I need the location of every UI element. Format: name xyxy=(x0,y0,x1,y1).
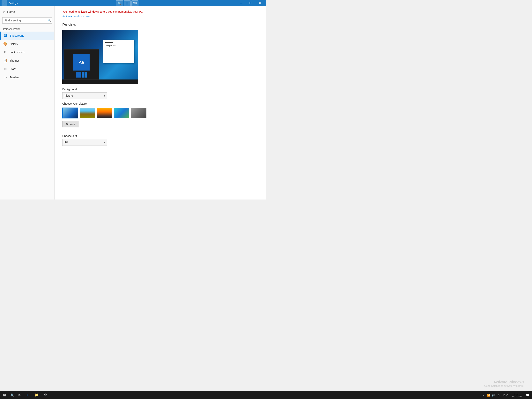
preview-tile-sm-3 xyxy=(82,75,84,77)
sidebar-item-taskbar[interactable]: ▭ Taskbar xyxy=(0,73,54,81)
sidebar-item-colors-label: Colors xyxy=(10,42,18,45)
preview-tile-1 xyxy=(76,72,81,77)
start-icon: ⊞ xyxy=(3,67,7,71)
preview-aa-box: Aa xyxy=(73,54,89,71)
taskbar-icon: ▭ xyxy=(3,75,7,79)
picture-thumb-5[interactable] xyxy=(131,108,147,118)
sidebar-item-start-label: Start xyxy=(10,67,16,71)
search-submit-icon[interactable]: 🔍 xyxy=(48,19,51,22)
sidebar-home[interactable]: ⌂ Home xyxy=(0,8,54,16)
app-body: ⌂ Home 🔍 Personalization 🖼 Background 🎨 … xyxy=(0,6,266,200)
titlebar-center-icons: 🔍 ☰ ⌨ xyxy=(116,0,139,6)
sidebar-item-taskbar-label: Taskbar xyxy=(10,76,19,79)
choose-fit-label: Choose a fit xyxy=(62,135,258,138)
picture-thumb-4-inner xyxy=(114,108,129,118)
lock-screen-icon: 🖥 xyxy=(3,50,7,54)
picture-thumb-5-inner xyxy=(131,108,146,118)
sidebar-item-themes-label: Themes xyxy=(10,59,20,62)
preview-tiles xyxy=(76,72,87,77)
choose-picture-label: Choose your picture xyxy=(62,102,258,105)
preview-taskbar-bar xyxy=(62,79,138,84)
keyboard-icon-btn[interactable]: ⌨ xyxy=(132,0,139,6)
background-label: Background xyxy=(62,88,258,91)
picture-thumb-1[interactable] xyxy=(62,108,78,118)
sidebar-item-lock-label: Lock screen xyxy=(10,51,24,54)
picture-thumb-2[interactable] xyxy=(79,108,95,118)
background-icon: 🖼 xyxy=(3,34,7,38)
sidebar: ⌂ Home 🔍 Personalization 🖼 Background 🎨 … xyxy=(0,6,55,200)
preview-container: Aa xyxy=(62,30,138,84)
sidebar-item-background-label: Background xyxy=(10,34,24,37)
sidebar-section-label: Personalization xyxy=(0,25,54,32)
maximize-button[interactable]: ❐ xyxy=(246,0,255,6)
main-content: You need to activate Windows before you … xyxy=(55,6,266,200)
sidebar-home-label: Home xyxy=(7,10,15,13)
fit-dropdown-wrap: Fill Fit Stretch Tile Center Span xyxy=(62,139,107,146)
background-dropdown-wrap: Picture Solid color Slideshow xyxy=(62,92,107,99)
minimize-button[interactable]: — xyxy=(237,0,246,6)
preview-tile-sm-2 xyxy=(84,72,87,75)
preview-title: Preview xyxy=(62,23,258,27)
activation-link[interactable]: Activate Windows now. xyxy=(62,15,90,18)
fit-dropdown[interactable]: Fill Fit Stretch Tile Center Span xyxy=(62,139,107,146)
search-icon-btn[interactable]: 🔍 xyxy=(116,0,123,6)
preview-tile-sm-4 xyxy=(84,75,87,77)
activation-warning: You need to activate Windows before you … xyxy=(62,10,258,13)
preview-background: Aa xyxy=(62,30,138,84)
sidebar-item-start[interactable]: ⊞ Start xyxy=(0,65,54,73)
preview-dialog-text: Sample Text xyxy=(105,45,132,46)
picture-thumb-3[interactable] xyxy=(97,108,113,118)
search-box: 🔍 xyxy=(2,17,52,24)
picture-thumb-4[interactable] xyxy=(114,108,130,118)
sidebar-item-colors[interactable]: 🎨 Colors xyxy=(0,40,54,48)
preview-tile-sm-1 xyxy=(82,72,84,75)
menu-icon-btn[interactable]: ☰ xyxy=(124,0,131,6)
browse-button[interactable]: Browse xyxy=(62,121,79,127)
preview-start-window: Aa xyxy=(64,49,99,79)
picture-grid xyxy=(62,108,258,118)
titlebar-title: Settings xyxy=(9,2,18,5)
search-input[interactable] xyxy=(2,17,52,24)
titlebar-left: ← Settings xyxy=(1,0,18,6)
sidebar-item-themes[interactable]: 📋 Themes xyxy=(0,56,54,65)
background-dropdown[interactable]: Picture Solid color Slideshow xyxy=(62,92,107,99)
colors-icon: 🎨 xyxy=(3,42,7,46)
home-icon: ⌂ xyxy=(3,10,5,14)
picture-thumb-3-inner xyxy=(97,108,112,118)
titlebar: ← Settings 🔍 ☰ ⌨ — ❐ ✕ xyxy=(0,0,266,6)
back-button[interactable]: ← xyxy=(1,0,7,6)
titlebar-controls: — ❐ ✕ xyxy=(237,0,265,6)
themes-icon: 📋 xyxy=(3,58,7,63)
picture-thumb-2-inner xyxy=(80,108,95,118)
sidebar-item-lock-screen[interactable]: 🖥 Lock screen xyxy=(0,48,54,56)
close-button[interactable]: ✕ xyxy=(255,0,265,6)
sidebar-item-background[interactable]: 🖼 Background xyxy=(0,32,54,40)
preview-dialog: Sample Text xyxy=(103,40,134,63)
picture-thumb-1-inner xyxy=(63,108,78,118)
preview-dialog-bar xyxy=(105,42,113,43)
